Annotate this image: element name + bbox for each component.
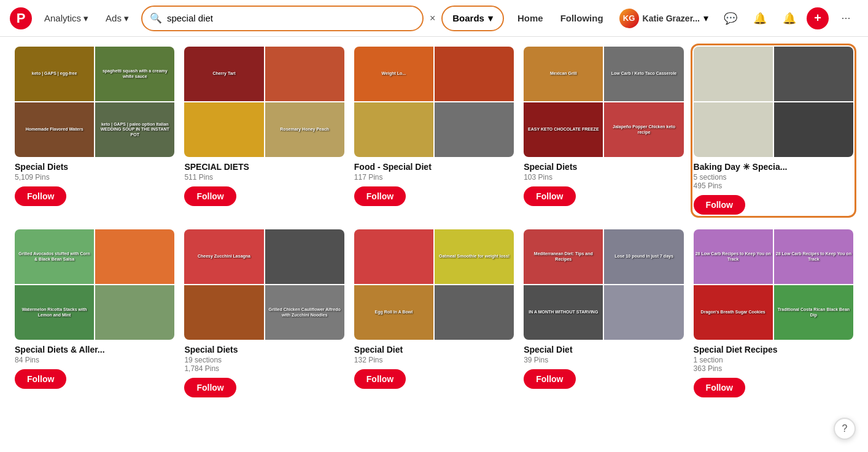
board-info-b7: Special Diets19 sections1,784 Pins (184, 345, 344, 373)
board-img-cell: 28 Low Carb Recipes to Keep You on Track (694, 229, 773, 284)
board-card-b8[interactable]: Oatmeal Smoothie for weight loss!Egg Rol… (354, 229, 514, 397)
board-title: Special Diet (354, 345, 514, 354)
board-info-b2: SPECIAL DIETS511 Pins (184, 162, 344, 182)
search-area: 🔍 × Boards ▾ (141, 6, 504, 31)
board-images-b4: Mexican GrillLow Carb / Keto Taco Casser… (524, 47, 683, 157)
ads-chevron-icon: ▾ (124, 13, 129, 24)
board-title: Special Diets (524, 162, 683, 172)
follow-button[interactable]: Follow (694, 195, 745, 215)
board-img-cell (435, 102, 514, 157)
follow-button[interactable]: Follow (15, 186, 66, 206)
alerts-button[interactable]: 🔔 (777, 6, 802, 31)
board-card-b3[interactable]: Weight Lo...Food - Special Diet117 PinsF… (354, 47, 514, 215)
more-button[interactable]: ··· (834, 6, 858, 31)
board-img-cell (95, 285, 174, 340)
board-meta: 511 Pins (184, 173, 344, 182)
board-card-b6[interactable]: Grilled Avocados stuffed with Corn & Bla… (15, 229, 174, 397)
following-link[interactable]: Following (554, 9, 610, 27)
board-info-b1: Special Diets5,109 Pins (15, 162, 174, 182)
board-img-cell (95, 229, 174, 284)
board-title: SPECIAL DIETS (184, 162, 344, 172)
board-info-b10: Special Diet Recipes1 section363 Pins (694, 345, 853, 373)
board-images-b9: Mediterranean Diet: Tips and RecipesLose… (524, 229, 683, 340)
board-img-cell (694, 102, 773, 157)
user-chevron-icon: ▾ (703, 12, 708, 24)
board-card-b9[interactable]: Mediterranean Diet: Tips and RecipesLose… (524, 229, 683, 397)
board-img-cell: Grilled Avocados stuffed with Corn & Bla… (15, 229, 94, 284)
board-card-b5[interactable]: Baking Day ✳ Specia...5 sections495 Pins… (694, 47, 853, 215)
board-card-b1[interactable]: keto | GAPS | egg-freespaghetti squash w… (15, 47, 174, 215)
board-images-b2: Cherry TartRosemary Honey Peach (184, 47, 344, 157)
board-img-cell: Oatmeal Smoothie for weight loss! (435, 229, 514, 284)
board-img-cell: keto | GAPS | egg-free (15, 47, 94, 101)
home-link[interactable]: Home (511, 9, 549, 27)
board-card-b10[interactable]: 28 Low Carb Recipes to Keep You on Track… (694, 229, 853, 397)
add-button[interactable]: + (807, 7, 829, 29)
board-title: Special Diets & Aller... (15, 345, 174, 354)
pinterest-logo[interactable]: P (10, 7, 32, 29)
board-title: Special Diet Recipes (694, 345, 853, 354)
board-info-b6: Special Diets & Aller...84 Pins (15, 345, 174, 364)
board-img-cell (774, 102, 853, 157)
follow-button[interactable]: Follow (524, 186, 575, 206)
board-img-cell: Cherry Tart (184, 47, 263, 101)
follow-button[interactable]: Follow (184, 186, 236, 206)
messages-button[interactable]: 💬 (718, 6, 743, 31)
follow-button[interactable]: Follow (184, 378, 236, 397)
board-img-cell (265, 229, 344, 284)
board-info-b8: Special Diet132 Pins (354, 345, 514, 364)
board-meta: 132 Pins (354, 356, 514, 364)
board-title: Baking Day ✳ Specia... (694, 162, 853, 172)
board-card-b7[interactable]: Cheesy Zucchini LasagnaGrilled Chicken C… (184, 229, 344, 397)
board-img-cell: Mediterranean Diet: Tips and Recipes (524, 229, 603, 284)
board-info-b4: Special Diets103 Pins (524, 162, 683, 182)
board-img-cell (354, 229, 433, 284)
board-img-cell: Egg Roll In A Bowl (354, 285, 433, 340)
board-title: Special Diet (524, 345, 683, 354)
follow-button[interactable]: Follow (15, 369, 66, 389)
board-info-b5: Baking Day ✳ Specia...5 sections495 Pins (694, 162, 853, 190)
board-img-cell: Homemade Flavored Waters (15, 102, 94, 157)
board-img-cell: EASY KETO CHOCOLATE FREEZE (524, 102, 603, 157)
board-img-cell (774, 47, 853, 101)
boards-row-1: keto | GAPS | egg-freespaghetti squash w… (15, 47, 853, 215)
board-img-cell: Jalapeño Popper Chicken keto recipe (604, 102, 683, 157)
board-img-cell (265, 47, 344, 101)
clear-search-button[interactable]: × (430, 13, 435, 24)
analytics-chevron-icon: ▾ (83, 13, 88, 24)
board-img-cell: 28 Low Carb Recipes to Keep You on Track (774, 229, 853, 284)
board-title: Special Diets (184, 345, 344, 354)
ads-menu[interactable]: Ads ▾ (101, 9, 134, 28)
board-img-cell (435, 47, 514, 101)
follow-button[interactable]: Follow (694, 378, 745, 397)
search-input[interactable] (167, 13, 415, 23)
boards-dropdown-button[interactable]: Boards ▾ (441, 6, 504, 31)
board-img-cell: Weight Lo... (354, 47, 433, 101)
notifications-button[interactable]: 🔔 (748, 6, 772, 31)
board-images-b6: Grilled Avocados stuffed with Corn & Bla… (15, 229, 174, 340)
main-content: keto | GAPS | egg-freespaghetti squash w… (0, 37, 868, 422)
follow-button[interactable]: Follow (524, 369, 575, 389)
board-card-b4[interactable]: Mexican GrillLow Carb / Keto Taco Casser… (524, 47, 683, 215)
board-images-b5 (694, 47, 853, 157)
follow-button[interactable]: Follow (354, 369, 406, 389)
board-img-cell: Cheesy Zucchini Lasagna (184, 229, 263, 284)
board-img-cell (694, 47, 773, 101)
analytics-menu[interactable]: Analytics ▾ (39, 9, 93, 28)
nav-right: Home Following KG Katie Grazer... ▾ 💬 🔔 … (511, 6, 858, 31)
board-meta: 84 Pins (15, 356, 174, 364)
follow-button[interactable]: Follow (354, 186, 406, 206)
board-img-cell: Low Carb / Keto Taco Casserole (604, 47, 683, 101)
board-meta: 1 section363 Pins (694, 356, 853, 373)
board-info-b9: Special Diet39 Pins (524, 345, 683, 364)
board-images-b1: keto | GAPS | egg-freespaghetti squash w… (15, 47, 174, 157)
board-img-cell (184, 285, 263, 340)
board-img-cell (184, 102, 263, 157)
user-menu[interactable]: KG Katie Grazer... ▾ (614, 6, 713, 31)
board-title: Food - Special Diet (354, 162, 514, 172)
user-name: Katie Grazer... (643, 13, 700, 23)
board-meta: 5 sections495 Pins (694, 173, 853, 190)
board-meta: 117 Pins (354, 173, 514, 182)
board-img-cell: Traditional Costa Rican Black Bean Dip (774, 285, 853, 340)
board-card-b2[interactable]: Cherry TartRosemary Honey PeachSPECIAL D… (184, 47, 344, 215)
